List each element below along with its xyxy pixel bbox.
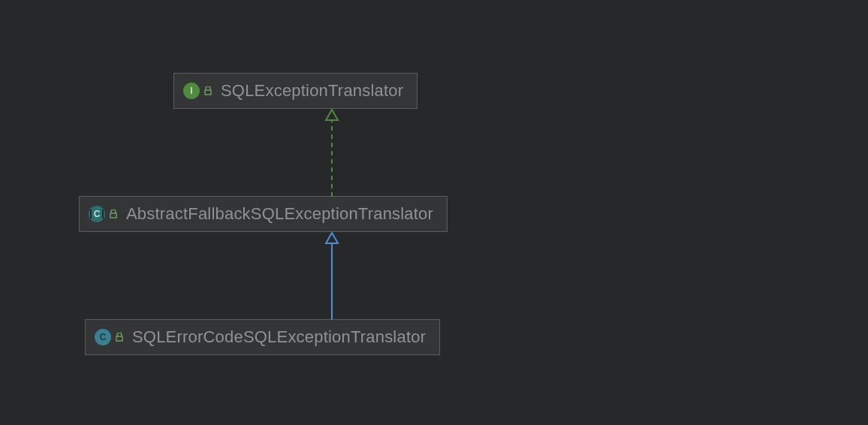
- class-icon: C: [95, 329, 111, 345]
- lock-icon: [204, 86, 212, 95]
- extends-arrow: [323, 231, 341, 320]
- node-label: AbstractFallbackSQLExceptionTranslator: [126, 204, 433, 224]
- interface-icon: I: [183, 83, 200, 99]
- class-node-sqlexceptiontranslator[interactable]: I SQLExceptionTranslator: [173, 73, 417, 109]
- implements-arrow: [323, 108, 341, 197]
- class-node-abstractfallback[interactable]: C AbstractFallbackSQLExceptionTranslator: [79, 196, 448, 232]
- abstract-class-icon: C: [89, 206, 105, 222]
- node-label: SQLExceptionTranslator: [221, 81, 403, 101]
- node-label: SQLErrorCodeSQLExceptionTranslator: [132, 327, 426, 347]
- lock-icon: [110, 209, 117, 219]
- lock-icon: [116, 333, 123, 342]
- class-node-sqlerrorcode[interactable]: C SQLErrorCodeSQLExceptionTranslator: [85, 319, 440, 355]
